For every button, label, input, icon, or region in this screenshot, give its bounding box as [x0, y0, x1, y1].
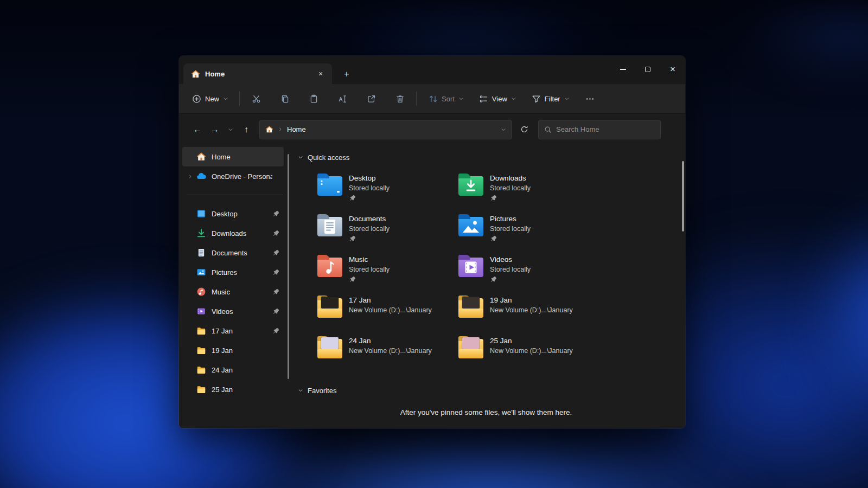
up-button[interactable]: ↑: [238, 121, 255, 138]
tile-subtitle: Stored locally: [490, 183, 531, 193]
pin-icon: [272, 308, 279, 315]
sidebar-item-19-jan[interactable]: 19 Jan: [182, 341, 284, 360]
command-bar: New Sort View: [179, 84, 685, 114]
sidebar-item-onedrive-personal[interactable]: OneDrive - Personal: [182, 166, 284, 186]
pin-icon: [349, 235, 356, 242]
share-button[interactable]: [360, 89, 382, 108]
folder-thumbnail: [321, 297, 339, 309]
main-pane: Quick access Desktop Stored locally Down…: [290, 145, 685, 428]
pin-icon: [349, 276, 356, 283]
view-button[interactable]: View: [474, 89, 522, 108]
content-area: Home OneDrive - Personal Desktop Downloa…: [179, 145, 685, 428]
search-input[interactable]: [556, 125, 655, 133]
sidebar-item-label: 25 Jan: [212, 386, 272, 394]
search-box[interactable]: [538, 120, 661, 139]
pin-icon: [272, 230, 279, 237]
sort-button[interactable]: Sort: [423, 89, 469, 108]
maximize-button[interactable]: [635, 56, 660, 83]
main-scrollbar[interactable]: [682, 161, 684, 232]
sidebar-item-label: Pictures: [212, 268, 272, 277]
wallpaper-bloom-shape: [776, 163, 868, 466]
tile-17-jan[interactable]: 17 Jan New Volume (D:)...\January: [317, 295, 458, 329]
folder-icon: [317, 298, 342, 318]
section-title: Favorites: [308, 387, 336, 395]
sidebar-item-24-jan[interactable]: 24 Jan: [182, 360, 284, 380]
folder-glyph-icon: [458, 176, 483, 196]
sidebar-item-label: Downloads: [212, 229, 272, 237]
tile-pictures[interactable]: Pictures Stored locally: [458, 214, 599, 247]
tile-subtitle: Stored locally: [349, 224, 390, 234]
quick-access-header[interactable]: Quick access: [298, 151, 674, 163]
paste-button[interactable]: [303, 89, 324, 108]
chevron-down-icon: [458, 96, 464, 101]
new-button-label: New: [205, 95, 219, 103]
tile-videos[interactable]: Videos Stored locally: [458, 254, 599, 288]
new-button[interactable]: New: [187, 89, 234, 108]
copy-button[interactable]: [274, 89, 296, 108]
home-icon: [191, 69, 200, 79]
quick-access-grid: Desktop Stored locally Downloads Stored …: [317, 173, 674, 369]
pin-icon: [490, 276, 497, 283]
sidebar-item-videos[interactable]: Videos: [182, 301, 284, 321]
filter-button[interactable]: Filter: [526, 89, 575, 108]
back-button[interactable]: ←: [189, 121, 206, 138]
trash-icon: [395, 94, 405, 104]
sidebar-item-17-jan[interactable]: 17 Jan: [182, 321, 284, 341]
delete-button[interactable]: [389, 89, 411, 108]
sidebar-item-icon: [196, 228, 206, 238]
tile-text: Music Stored locally: [349, 254, 390, 288]
minimize-button[interactable]: [610, 56, 635, 83]
address-bar[interactable]: Home: [259, 120, 512, 139]
folder-glyph-icon: [458, 258, 483, 277]
tile-text: 24 Jan New Volume (D:)...\January: [349, 336, 432, 369]
more-options-button[interactable]: [579, 89, 601, 108]
sidebar-item-icon: [196, 287, 206, 297]
tile-music[interactable]: Music Stored locally: [317, 254, 458, 288]
tile-25-jan[interactable]: 25 Jan New Volume (D:)...\January: [458, 336, 599, 369]
tab-home[interactable]: Home ×: [183, 63, 332, 84]
expand-chevron-icon[interactable]: [186, 174, 194, 179]
refresh-button[interactable]: [515, 121, 533, 138]
tab-close-button[interactable]: ×: [314, 67, 328, 81]
tile-19-jan[interactable]: 19 Jan New Volume (D:)...\January: [458, 295, 599, 329]
sidebar-item-icon: [196, 365, 206, 375]
sidebar-scrollbar[interactable]: [288, 154, 289, 379]
sidebar-item-home[interactable]: Home: [182, 147, 284, 166]
close-button[interactable]: ×: [660, 56, 685, 83]
sidebar-item-icon: [196, 306, 206, 316]
tile-24-jan[interactable]: 24 Jan New Volume (D:)...\January: [317, 336, 458, 369]
favorites-header[interactable]: Favorites: [298, 384, 674, 396]
tile-desktop[interactable]: Desktop Stored locally: [317, 173, 458, 207]
sidebar-item-music[interactable]: Music: [182, 282, 284, 301]
recent-locations-button[interactable]: [224, 121, 238, 138]
sidebar-item-25-jan[interactable]: 25 Jan: [182, 380, 284, 399]
cut-button[interactable]: [245, 89, 267, 108]
titlebar: Home × + ×: [179, 56, 685, 84]
rename-button[interactable]: [331, 89, 353, 108]
copy-icon: [280, 94, 290, 104]
tab-label: Home: [205, 70, 309, 78]
navigation-pane: Home OneDrive - Personal Desktop Downloa…: [179, 145, 290, 428]
sidebar-item-downloads[interactable]: Downloads: [182, 223, 284, 243]
chevron-down-icon: [564, 96, 570, 101]
add-circle-icon: [192, 94, 201, 104]
tile-text: Documents Stored locally: [349, 214, 390, 247]
favorites-empty-message: After you've pinned some files, we'll sh…: [298, 408, 674, 416]
sidebar-item-desktop[interactable]: Desktop: [182, 204, 284, 223]
sidebar-item-pictures[interactable]: Pictures: [182, 262, 284, 282]
forward-button[interactable]: →: [206, 121, 224, 138]
tile-documents[interactable]: Documents Stored locally: [317, 214, 458, 247]
new-tab-button[interactable]: +: [339, 66, 355, 82]
tile-downloads[interactable]: Downloads Stored locally: [458, 173, 599, 207]
sort-label: Sort: [442, 95, 455, 103]
tile-title: Downloads: [490, 173, 531, 183]
toolbar-divider: [416, 92, 417, 106]
sidebar-item-label: Desktop: [212, 210, 272, 218]
tile-subtitle: Stored locally: [349, 183, 390, 193]
sidebar-item-icon: [196, 152, 206, 162]
breadcrumb[interactable]: Home: [287, 125, 306, 133]
address-dropdown-icon[interactable]: [501, 127, 506, 132]
sidebar-item-documents[interactable]: Documents: [182, 243, 284, 262]
folder-glyph-icon: [458, 217, 483, 236]
sidebar-item-label: 17 Jan: [212, 327, 272, 335]
